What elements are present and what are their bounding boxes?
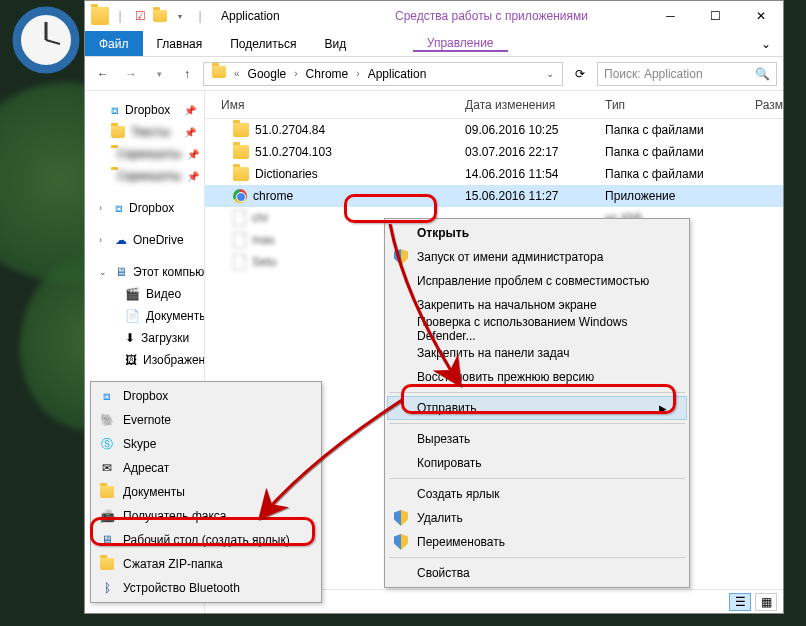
folder-icon: [208, 66, 230, 81]
column-size[interactable]: Разм: [755, 98, 783, 112]
addressbar: ← → ▾ ↑ « Google › Chrome › Application …: [85, 57, 783, 91]
cm-open[interactable]: Открыть: [387, 221, 687, 245]
ribbon-tab-home[interactable]: Главная: [143, 31, 217, 56]
library-icon: ⬇: [125, 331, 135, 345]
cm-delete[interactable]: Удалить: [387, 506, 687, 530]
mail-icon: ✉: [99, 460, 115, 476]
minimize-button[interactable]: ─: [648, 1, 693, 31]
evernote-icon: 🐘: [99, 412, 115, 428]
qat-separator: |: [111, 7, 129, 25]
cm-shortcut[interactable]: Создать ярлык: [387, 482, 687, 506]
cm-send-bluetooth[interactable]: ᛒУстройство Bluetooth: [93, 576, 319, 600]
ribbon-expand-icon[interactable]: ⌄: [749, 31, 783, 56]
column-date[interactable]: Дата изменения: [465, 98, 605, 112]
cm-send-evernote[interactable]: 🐘Evernote: [93, 408, 319, 432]
sidebar-item[interactable]: 🎬 Видео: [85, 283, 204, 305]
nav-history-dropdown[interactable]: ▾: [147, 62, 171, 86]
shield-icon: [393, 534, 409, 550]
sidebar-item[interactable]: Скриншоты📌: [85, 165, 204, 187]
search-placeholder: Поиск: Application: [604, 67, 703, 81]
cm-restore[interactable]: Восстановить прежнюю версию: [387, 365, 687, 389]
sidebar-item-thispc[interactable]: ⌄🖥 Этот компьютер: [85, 261, 204, 283]
qat-newfolder-icon[interactable]: [151, 7, 169, 25]
nav-up-button[interactable]: ↑: [175, 62, 199, 86]
folder-icon: [233, 145, 249, 159]
ribbon-tab-manage[interactable]: Управление: [413, 36, 508, 52]
chevron-right-icon: ▶: [659, 403, 667, 414]
file-row[interactable]: 51.0.2704.10303.07.2016 22:17Папка с фай…: [205, 141, 783, 163]
column-type[interactable]: Тип: [605, 98, 755, 112]
cm-compat[interactable]: Исправление проблем с совместимостью: [387, 269, 687, 293]
file-row[interactable]: Dictionaries14.06.2016 11:54Папка с файл…: [205, 163, 783, 185]
nav-forward-button[interactable]: →: [119, 62, 143, 86]
titlebar: | ☑ ▾ | Application Средства работы с пр…: [85, 1, 783, 31]
dropbox-icon: ⧈: [99, 388, 115, 404]
sidebar-item-onedrive[interactable]: ›☁ OneDrive: [85, 229, 204, 251]
column-headers: Имя Дата изменения Тип Разм: [205, 91, 783, 119]
cm-props[interactable]: Свойства: [387, 561, 687, 585]
breadcrumb-segment[interactable]: Chrome: [302, 67, 353, 81]
nav-back-button[interactable]: ←: [91, 62, 115, 86]
window-title: Application: [215, 9, 375, 23]
cm-pinstart[interactable]: Закрепить на начальном экране: [387, 293, 687, 317]
cm-send-skype[interactable]: ⓈSkype: [93, 432, 319, 456]
refresh-button[interactable]: ⟳: [567, 62, 593, 86]
sidebar-item[interactable]: ⬇ Загрузки: [85, 327, 204, 349]
sidebar-item[interactable]: 🖼 Изображения: [85, 349, 204, 371]
fax-icon: 📠: [99, 508, 115, 524]
ribbon: Файл Главная Поделиться Вид Управление ⌄: [85, 31, 783, 57]
separator: [389, 392, 685, 393]
view-details-button[interactable]: ☰: [729, 593, 751, 611]
file-row[interactable]: 51.0.2704.8409.06.2016 10:25Папка с файл…: [205, 119, 783, 141]
chevron-right-icon[interactable]: ›: [352, 68, 363, 79]
pin-icon: 📌: [187, 149, 199, 160]
pin-icon: 📌: [184, 105, 196, 116]
breadcrumb-segment[interactable]: Google: [244, 67, 291, 81]
cm-cut[interactable]: Вырезать: [387, 427, 687, 451]
sidebar-item[interactable]: Скриншоты📌: [85, 143, 204, 165]
view-icons-button[interactable]: ▦: [755, 593, 777, 611]
cm-defender[interactable]: Проверка с использованием Windows Defend…: [387, 317, 687, 341]
cm-send-fax[interactable]: 📠Получатель факса: [93, 504, 319, 528]
cm-send-docs[interactable]: Документы: [93, 480, 319, 504]
context-tab-label: Средства работы с приложениями: [375, 9, 608, 23]
cm-send-contact[interactable]: ✉Адресат: [93, 456, 319, 480]
cm-copy[interactable]: Копировать: [387, 451, 687, 475]
folder-icon: [99, 484, 115, 500]
cm-send-zip[interactable]: Сжатая ZIP-папка: [93, 552, 319, 576]
breadcrumb-segment[interactable]: Application: [364, 67, 431, 81]
separator: [389, 423, 685, 424]
folder-icon: [233, 123, 249, 137]
library-icon: 🎬: [125, 287, 140, 301]
ribbon-tab-view[interactable]: Вид: [310, 31, 360, 56]
breadcrumb[interactable]: « Google › Chrome › Application ⌄: [203, 62, 563, 86]
column-name[interactable]: Имя: [205, 98, 465, 112]
sidebar-item[interactable]: 📄 Документы: [85, 305, 204, 327]
cm-send-desktop[interactable]: 🖥Рабочий стол (создать ярлык): [93, 528, 319, 552]
cm-runas[interactable]: Запуск от имени администратора: [387, 245, 687, 269]
chevron-right-icon[interactable]: ›: [290, 68, 301, 79]
ribbon-tab-file[interactable]: Файл: [85, 31, 143, 56]
ribbon-tab-share[interactable]: Поделиться: [216, 31, 310, 56]
maximize-button[interactable]: ☐: [693, 1, 738, 31]
search-input[interactable]: Поиск: Application 🔍: [597, 62, 777, 86]
file-row[interactable]: chrome15.06.2016 11:27Приложение: [205, 185, 783, 207]
cm-pintask[interactable]: Закрепить на панели задач: [387, 341, 687, 365]
cm-sendto[interactable]: Отправить▶: [387, 396, 687, 420]
chevron-down-icon[interactable]: ⌄: [542, 68, 558, 79]
qat-dropdown[interactable]: ▾: [171, 7, 189, 25]
context-menu: Открыть Запуск от имени администратора И…: [384, 218, 690, 588]
close-button[interactable]: ✕: [738, 1, 783, 31]
file-icon: [233, 254, 246, 270]
sidebar-item[interactable]: ⧈ Dropbox📌: [85, 99, 204, 121]
zip-icon: [99, 556, 115, 572]
qat-properties-icon[interactable]: ☑: [131, 7, 149, 25]
folder-icon: [233, 167, 249, 181]
bluetooth-icon: ᛒ: [99, 580, 115, 596]
file-icon: [233, 210, 246, 226]
cm-rename[interactable]: Переименовать: [387, 530, 687, 554]
cm-send-dropbox[interactable]: ⧈Dropbox: [93, 384, 319, 408]
sidebar-item[interactable]: Тексты📌: [85, 121, 204, 143]
sidebar-item-dropbox[interactable]: ›⧈ Dropbox: [85, 197, 204, 219]
chevron-right-icon[interactable]: «: [230, 68, 244, 79]
